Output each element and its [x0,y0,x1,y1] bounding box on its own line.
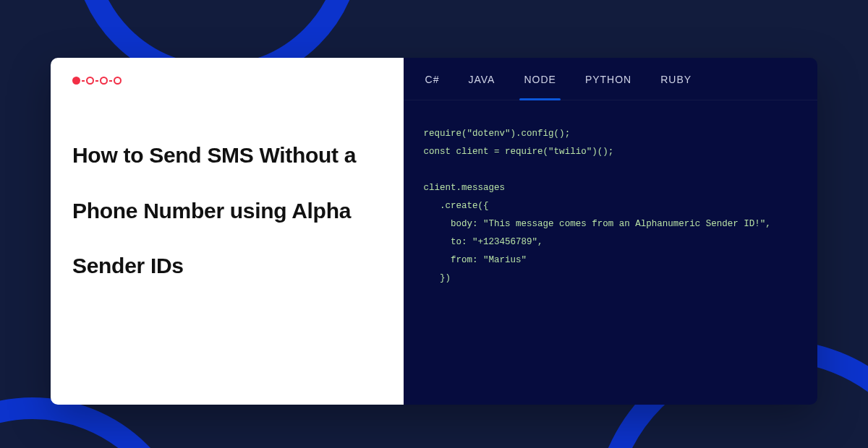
twilio-logo-icon [72,77,382,85]
tab-csharp[interactable]: C# [425,74,440,100]
code-panel: C# JAVA NODE PYTHON RUBY require("dotenv… [404,58,817,405]
background-arc [0,397,195,448]
tab-ruby[interactable]: RUBY [660,74,692,100]
code-snippet: require("dotenv").config(); const client… [404,100,817,405]
tab-node[interactable]: NODE [524,74,556,100]
left-panel: How to Send SMS Without a Phone Number u… [51,58,404,405]
article-heading: How to Send SMS Without a Phone Number u… [72,128,382,294]
tab-python[interactable]: PYTHON [585,74,631,100]
content-card: How to Send SMS Without a Phone Number u… [51,58,817,405]
language-tabs: C# JAVA NODE PYTHON RUBY [404,58,817,100]
tab-java[interactable]: JAVA [469,74,495,100]
